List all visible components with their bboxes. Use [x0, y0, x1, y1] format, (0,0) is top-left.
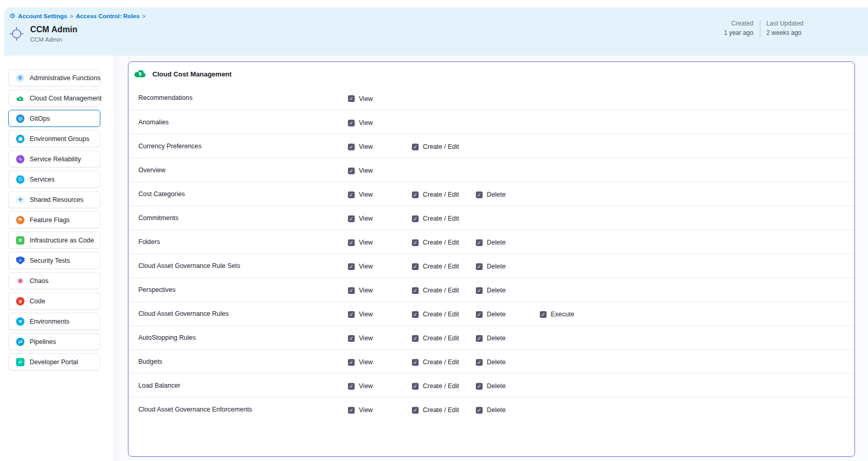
checkbox-checked-icon[interactable]: ✓	[476, 287, 483, 294]
checkbox-checked-icon[interactable]: ✓	[412, 287, 419, 294]
permission-checkbox-view[interactable]: ✓View	[348, 167, 373, 174]
permission-checkbox-delete[interactable]: ✓Delete	[476, 191, 506, 198]
permission-checkbox-view[interactable]: ✓View	[348, 382, 373, 390]
permission-checkbox-view[interactable]: ✓View	[348, 358, 373, 366]
checkbox-checked-icon[interactable]: ✓	[412, 239, 419, 246]
checkbox-checked-icon[interactable]: ✓	[348, 263, 355, 270]
permission-checkbox-view[interactable]: ✓View	[348, 311, 373, 318]
checkbox-checked-icon[interactable]: ✓	[348, 215, 355, 222]
sidebar-item-environments[interactable]: ≡Environments	[8, 313, 100, 330]
permission-checkbox-create-edit[interactable]: ✓Create / Edit	[412, 143, 459, 150]
permission-checkbox-create-edit[interactable]: ✓Create / Edit	[412, 335, 459, 342]
sidebar-item-feature-flags[interactable]: ⚑Feature Flags	[8, 211, 100, 228]
permission-checkbox-create-edit[interactable]: ✓Create / Edit	[412, 311, 459, 318]
sidebar-item-environment-groups[interactable]: ▣Environment Groups	[8, 130, 100, 147]
checkbox-checked-icon[interactable]: ✓	[348, 359, 355, 366]
sidebar-item-security-tests[interactable]: •Security Tests	[8, 252, 100, 269]
checkbox-checked-icon[interactable]: ✓	[476, 359, 483, 366]
checkbox-checked-icon[interactable]: ✓	[348, 120, 355, 126]
checkbox-checked-icon[interactable]: ✓	[412, 335, 419, 342]
permission-checkbox-create-edit[interactable]: ✓Create / Edit	[412, 191, 459, 198]
permission-label: Create / Edit	[423, 239, 459, 246]
permission-cell-create-edit: ✓Create / Edit	[412, 213, 476, 223]
permission-checkbox-create-edit[interactable]: ✓Create / Edit	[412, 215, 459, 222]
sidebar-item-infrastructure-as-code[interactable]: ≣Infrastructure as Code	[8, 232, 100, 249]
permission-label: View	[359, 143, 373, 150]
checkbox-checked-icon[interactable]: ✓	[412, 407, 419, 414]
permission-checkbox-create-edit[interactable]: ✓Create / Edit	[412, 358, 459, 366]
permission-checkbox-create-edit[interactable]: ✓Create / Edit	[412, 239, 459, 246]
checkbox-checked-icon[interactable]: ✓	[348, 311, 355, 318]
checkbox-checked-icon[interactable]: ✓	[412, 311, 419, 318]
checkbox-checked-icon[interactable]: ✓	[348, 239, 355, 246]
sidebar-item-service-reliability[interactable]: ∿Service Reliability	[8, 150, 100, 168]
permission-checkbox-execute[interactable]: ✓Execute	[540, 311, 574, 318]
checkbox-checked-icon[interactable]: ✓	[348, 144, 355, 150]
permission-checkbox-delete[interactable]: ✓Delete	[476, 406, 506, 414]
permission-label: View	[359, 311, 373, 318]
permission-checkbox-delete[interactable]: ✓Delete	[476, 239, 506, 246]
shared-resources-icon: ❖	[16, 196, 24, 204]
checkbox-checked-icon[interactable]: ✓	[476, 383, 483, 390]
breadcrumb-access-control-roles[interactable]: Access Control: Roles	[76, 13, 140, 19]
permission-checkbox-view[interactable]: ✓View	[348, 239, 373, 246]
checkbox-checked-icon[interactable]: ✓	[412, 263, 419, 270]
checkbox-checked-icon[interactable]: ✓	[348, 287, 355, 294]
permission-checkbox-delete[interactable]: ✓Delete	[476, 287, 506, 294]
checkbox-checked-icon[interactable]: ✓	[348, 383, 355, 390]
permission-label: Create / Edit	[423, 263, 459, 270]
permission-checkbox-view[interactable]: ✓View	[348, 215, 373, 222]
checkbox-checked-icon[interactable]: ✓	[476, 191, 483, 198]
sidebar-item-services[interactable]: ⊙Services	[8, 171, 100, 188]
checkbox-checked-icon[interactable]: ✓	[476, 311, 483, 318]
permission-checkbox-delete[interactable]: ✓Delete	[476, 263, 506, 270]
sidebar-item-cloud-cost-management[interactable]: $Cloud Cost Management	[8, 89, 100, 107]
checkbox-checked-icon[interactable]: ✓	[412, 191, 419, 198]
sidebar-item-code[interactable]: ψCode	[8, 292, 100, 310]
sidebar-item-pipelines[interactable]: ⇄Pipelines	[8, 333, 100, 350]
breadcrumb-account-settings[interactable]: Account Settings	[18, 13, 68, 19]
checkbox-checked-icon[interactable]: ✓	[412, 215, 419, 222]
permission-checkbox-create-edit[interactable]: ✓Create / Edit	[412, 406, 459, 414]
permission-checkbox-delete[interactable]: ✓Delete	[476, 311, 506, 318]
checkbox-checked-icon[interactable]: ✓	[412, 144, 419, 150]
checkbox-checked-icon[interactable]: ✓	[348, 191, 355, 198]
feature-flags-icon: ⚑	[16, 216, 24, 224]
permission-label: Create / Edit	[423, 311, 459, 318]
sidebar-item-chaos[interactable]: ❋Chaos	[8, 272, 100, 289]
permission-checkbox-view[interactable]: ✓View	[348, 406, 373, 414]
permission-row: Folders✓View✓Create / Edit✓Delete	[128, 229, 854, 253]
permission-checkbox-view[interactable]: ✓View	[348, 95, 373, 103]
checkbox-checked-icon[interactable]: ✓	[540, 311, 547, 318]
permission-checkbox-view[interactable]: ✓View	[348, 287, 373, 294]
checkbox-checked-icon[interactable]: ✓	[348, 335, 355, 342]
permission-checkbox-create-edit[interactable]: ✓Create / Edit	[412, 382, 459, 390]
sidebar-item-developer-portal[interactable]: ≓Developer Portal	[8, 353, 100, 370]
permission-checkbox-delete[interactable]: ✓Delete	[476, 382, 506, 390]
sidebar-item-gitops[interactable]: ◎GitOps	[8, 110, 100, 127]
permission-checkbox-view[interactable]: ✓View	[348, 335, 373, 342]
permission-cell-create-edit: ✓Create / Edit	[412, 357, 476, 366]
checkbox-checked-icon[interactable]: ✓	[348, 168, 355, 174]
checkbox-checked-icon[interactable]: ✓	[476, 239, 483, 246]
permission-cell-view: ✓View	[348, 189, 412, 199]
checkbox-checked-icon[interactable]: ✓	[476, 407, 483, 414]
permission-checkbox-view[interactable]: ✓View	[348, 119, 373, 126]
checkbox-checked-icon[interactable]: ✓	[476, 335, 483, 342]
permission-checkbox-delete[interactable]: ✓Delete	[476, 358, 506, 366]
checkbox-checked-icon[interactable]: ✓	[412, 359, 419, 366]
checkbox-checked-icon[interactable]: ✓	[348, 95, 355, 102]
sidebar-item-shared-resources[interactable]: ❖Shared Resources	[8, 191, 100, 208]
checkbox-checked-icon[interactable]: ✓	[412, 383, 419, 390]
permission-checkbox-create-edit[interactable]: ✓Create / Edit	[412, 263, 459, 270]
role-title-texts: CCM Admin CCM Admin	[30, 25, 77, 43]
permission-checkbox-create-edit[interactable]: ✓Create / Edit	[412, 287, 459, 294]
checkbox-checked-icon[interactable]: ✓	[348, 407, 355, 414]
permission-checkbox-view[interactable]: ✓View	[348, 263, 373, 270]
permission-checkbox-view[interactable]: ✓View	[348, 143, 373, 150]
permission-label: Delete	[487, 239, 506, 246]
permission-checkbox-view[interactable]: ✓View	[348, 191, 373, 198]
sidebar-item-administrative-functions[interactable]: ⚙Administrative Functions	[8, 69, 100, 86]
permission-checkbox-delete[interactable]: ✓Delete	[476, 335, 506, 342]
checkbox-checked-icon[interactable]: ✓	[476, 263, 483, 270]
